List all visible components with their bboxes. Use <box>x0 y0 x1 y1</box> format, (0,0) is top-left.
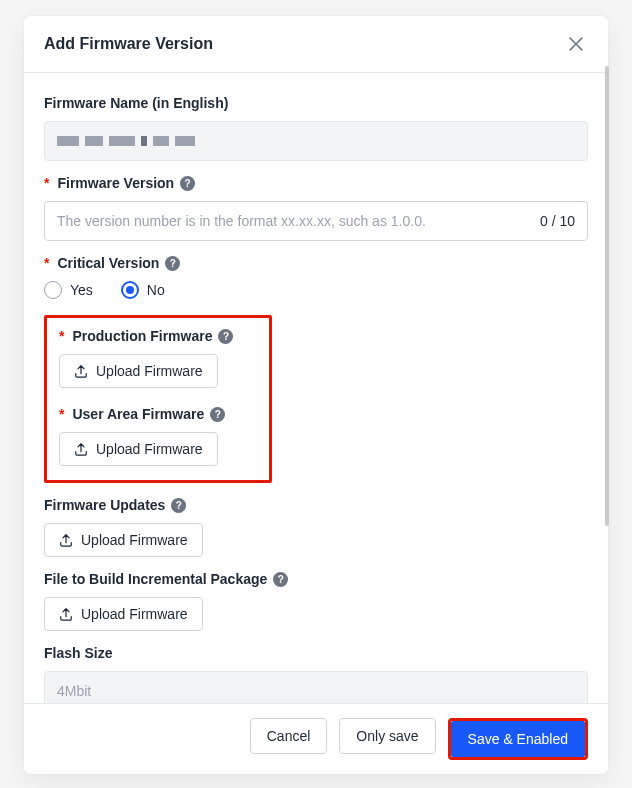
cancel-button[interactable]: Cancel <box>250 718 328 754</box>
modal-footer: Cancel Only save Save & Enabled <box>24 703 608 774</box>
save-enabled-button[interactable]: Save & Enabled <box>451 721 585 757</box>
critical-version-label: * Critical Version ? <box>44 255 588 271</box>
field-critical-version: * Critical Version ? Yes No <box>44 255 588 299</box>
field-production-firmware: * Production Firmware ? Upload Firmware <box>59 328 257 388</box>
firmware-version-input-wrap: 0 / 10 <box>44 201 588 241</box>
modal-title: Add Firmware Version <box>44 35 213 53</box>
upload-incremental-button[interactable]: Upload Firmware <box>44 597 203 631</box>
upload-icon <box>59 533 73 547</box>
highlight-save-enabled: Save & Enabled <box>448 718 588 760</box>
field-firmware-version: * Firmware Version ? 0 / 10 <box>44 175 588 241</box>
field-firmware-name: Firmware Name (in English) <box>44 95 588 161</box>
firmware-version-input[interactable] <box>57 213 532 229</box>
close-icon <box>569 37 583 51</box>
modal-body: Firmware Name (in English) * Firmware Ve… <box>24 73 608 703</box>
only-save-button[interactable]: Only save <box>339 718 435 754</box>
upload-updates-button[interactable]: Upload Firmware <box>44 523 203 557</box>
add-firmware-modal: Add Firmware Version Firmware Name (in E… <box>24 16 608 774</box>
modal-header: Add Firmware Version <box>24 16 608 73</box>
field-flash-size: Flash Size 4Mbit <box>44 645 588 703</box>
firmware-version-label: * Firmware Version ? <box>44 175 588 191</box>
highlight-firmware-uploads: * Production Firmware ? Upload Firmware … <box>44 315 272 483</box>
firmware-updates-label: Firmware Updates ? <box>44 497 588 513</box>
critical-radio-group: Yes No <box>44 281 588 299</box>
firmware-name-label: Firmware Name (in English) <box>44 95 588 111</box>
upload-icon <box>59 607 73 621</box>
userarea-firmware-label: * User Area Firmware ? <box>59 406 257 422</box>
upload-icon <box>74 442 88 456</box>
required-icon: * <box>44 255 49 271</box>
help-icon[interactable]: ? <box>218 329 233 344</box>
help-icon[interactable]: ? <box>210 407 225 422</box>
flash-size-value: 4Mbit <box>44 671 588 703</box>
field-incremental-package: File to Build Incremental Package ? Uplo… <box>44 571 588 631</box>
close-button[interactable] <box>564 32 588 56</box>
production-firmware-label: * Production Firmware ? <box>59 328 257 344</box>
help-icon[interactable]: ? <box>165 256 180 271</box>
required-icon: * <box>59 406 64 422</box>
radio-circle-icon <box>121 281 139 299</box>
radio-circle-icon <box>44 281 62 299</box>
radio-no[interactable]: No <box>121 281 165 299</box>
required-icon: * <box>44 175 49 191</box>
help-icon[interactable]: ? <box>171 498 186 513</box>
help-icon[interactable]: ? <box>273 572 288 587</box>
incremental-label: File to Build Incremental Package ? <box>44 571 588 587</box>
field-userarea-firmware: * User Area Firmware ? Upload Firmware <box>59 406 257 466</box>
help-icon[interactable]: ? <box>180 176 195 191</box>
char-count: 0 / 10 <box>532 213 575 229</box>
field-firmware-updates: Firmware Updates ? Upload Firmware <box>44 497 588 557</box>
redacted-text <box>57 136 195 146</box>
required-icon: * <box>59 328 64 344</box>
upload-production-button[interactable]: Upload Firmware <box>59 354 218 388</box>
upload-icon <box>74 364 88 378</box>
firmware-name-value <box>44 121 588 161</box>
radio-yes[interactable]: Yes <box>44 281 93 299</box>
flash-size-label: Flash Size <box>44 645 588 661</box>
upload-userarea-button[interactable]: Upload Firmware <box>59 432 218 466</box>
